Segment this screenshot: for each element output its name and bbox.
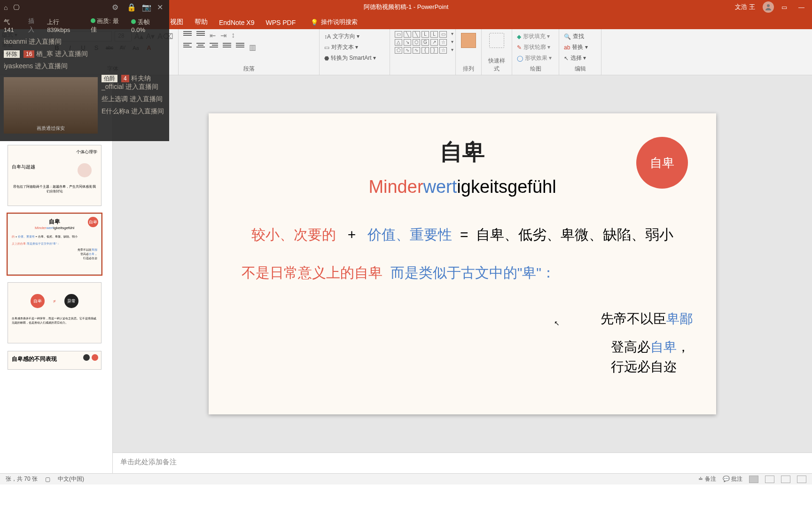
- align-center-icon[interactable]: [196, 43, 205, 49]
- slide-canvas[interactable]: 自卑 Minderwertigkeitsgefühl 自卑 较小、次要的 + 价…: [209, 113, 716, 414]
- shape-rect-icon[interactable]: ▭: [395, 31, 402, 38]
- shape-fill-button[interactable]: ◆形状填充 ▾: [517, 31, 554, 42]
- quickstyle-icon[interactable]: [489, 33, 504, 48]
- align-text-button[interactable]: ▭对齐文本 ▾: [324, 42, 385, 53]
- reading-view-button[interactable]: [781, 476, 790, 483]
- slide-title: 自卑: [227, 137, 697, 167]
- notes-placeholder: 单击此处添加备注: [120, 458, 177, 466]
- shape-effects-button[interactable]: ◯形状效果 ▾: [517, 53, 554, 64]
- quickstyle-label[interactable]: 快速样式: [486, 57, 507, 74]
- spellcheck-icon[interactable]: ▢: [45, 476, 50, 483]
- slide-thumbnail[interactable]: 个体心理学 自卑与超越 容包括了阿德勒两个主题：超越自卑，产生共同体感觉 我们分…: [8, 145, 102, 206]
- slide-thumbnail[interactable]: 自卑 ≠ 异常 自卑感本身并不是一种异常，而是一种人皆有之状态。它不是情病或无能…: [8, 282, 102, 343]
- overlay-home-icon[interactable]: ⌂: [4, 4, 8, 11]
- svg-point-0: [767, 4, 770, 7]
- find-button[interactable]: 🔍查找: [564, 31, 596, 42]
- select-icon: ↖: [564, 55, 569, 62]
- replace-icon: ab: [564, 44, 570, 51]
- slide-subtitle: Minderwertigkeitsgefühl: [227, 176, 697, 197]
- tell-me-search[interactable]: 💡 操作说明搜索: [307, 15, 361, 29]
- effects-icon: ◯: [517, 55, 523, 62]
- slide-count: 张，共 70 张: [6, 475, 38, 483]
- columns-icon[interactable]: ▥: [249, 43, 256, 52]
- smartart-icon: ⬣: [324, 55, 329, 62]
- ribbon-group-arrange: 排列: [456, 29, 482, 75]
- chat-message: 伯爵4科夫纳_official 进入直播间: [102, 74, 165, 91]
- indent-left-icon[interactable]: ⇤: [210, 31, 216, 40]
- overlay-camera-icon[interactable]: 📷: [142, 3, 150, 11]
- shapes-gallery[interactable]: ▭╲╲LL▭▾ △↘⬡G↗☆▾ ⬠∿∿{}☆▾: [395, 31, 451, 54]
- numbering-icon[interactable]: [196, 31, 205, 38]
- lightbulb-icon: 💡: [311, 19, 318, 26]
- edit-group-label: 编辑: [564, 65, 596, 74]
- slide-line-1: 较小、次要的 + 价值、重要性 = 自卑、低劣、卑微、缺陷、弱小: [227, 225, 697, 245]
- language-indicator[interactable]: 中文(中国): [58, 475, 84, 483]
- select-button[interactable]: ↖选择 ▾: [564, 53, 596, 64]
- statusbar: 张，共 70 张 ▢ 中文(中国) ≐ 备注 💬 批注: [0, 473, 812, 484]
- chat-message: iaoanmi 进入直播间: [4, 38, 165, 46]
- ribbon-display-icon[interactable]: ▭: [781, 4, 787, 11]
- ribbon-group-paragraph: ⇤ ⇥ ↕ ▥ 段落: [179, 29, 320, 75]
- smartart-button[interactable]: ⬣转换为 SmartArt ▾: [324, 53, 385, 64]
- video-preview: 画质通过保安: [4, 77, 98, 134]
- overlay-lock-icon[interactable]: 🔒: [127, 3, 135, 11]
- slide-line-2: 不是日常意义上的自卑 而是类似于古文中的"卑"：: [227, 263, 697, 283]
- ribbon-group-shapes: ▭╲╲LL▭▾ △↘⬡G↗☆▾ ⬠∿∿{}☆▾: [390, 29, 456, 75]
- user-avatar-icon[interactable]: [763, 1, 774, 13]
- normal-view-button[interactable]: [749, 476, 758, 483]
- chat-message: E什么称a 进入直播间: [102, 107, 165, 116]
- minimize-button[interactable]: —: [798, 4, 804, 11]
- align-right-icon[interactable]: [210, 43, 218, 49]
- fill-icon: ◆: [517, 33, 521, 40]
- chat-message: iyaskeens 进入直播间: [4, 62, 165, 71]
- comments-toggle[interactable]: 💬 批注: [723, 475, 742, 483]
- arrange-label[interactable]: 排列: [461, 65, 476, 74]
- indent-right-icon[interactable]: ⇥: [220, 31, 226, 40]
- chat-message: 怀陈16栖_寒 进入直播间: [4, 50, 165, 58]
- circle-badge: 自卑: [636, 137, 688, 189]
- line-spacing-icon[interactable]: ↕: [231, 31, 235, 40]
- slideshow-view-button[interactable]: [797, 476, 806, 483]
- tab-endnote[interactable]: EndNote X9: [213, 16, 260, 29]
- paragraph-group-label: 段落: [183, 65, 314, 74]
- slide-thumbnail[interactable]: 自卑感的不同表现: [8, 351, 102, 370]
- arrange-icon[interactable]: [461, 33, 476, 48]
- replace-button[interactable]: ab替换 ▾: [564, 42, 596, 53]
- sorter-view-button[interactable]: [765, 476, 774, 483]
- text-direction-button[interactable]: ↕A文字方向 ▾: [324, 31, 385, 42]
- overlay-close-icon[interactable]: ✕: [157, 3, 165, 11]
- text-direction-icon: ↕A: [324, 33, 331, 40]
- find-icon: 🔍: [564, 33, 571, 40]
- tab-help[interactable]: 帮助: [189, 15, 213, 29]
- notes-pane[interactable]: 单击此处添加备注: [113, 452, 812, 473]
- notes-toggle[interactable]: ≐ 备注: [698, 475, 716, 483]
- outline-icon: ✎: [517, 44, 522, 51]
- slide-quotes: 先帝不以臣卑鄙 登高必自卑， 行远必自迩: [601, 309, 693, 377]
- shape-outline-button[interactable]: ✎形状轮廓 ▾: [517, 42, 554, 53]
- justify-icon[interactable]: [223, 43, 231, 49]
- username[interactable]: 文浩 王: [735, 3, 755, 11]
- drawing-group-label: 绘图: [517, 65, 554, 74]
- align-left-icon[interactable]: [183, 43, 192, 49]
- bullets-icon[interactable]: [183, 31, 192, 38]
- ribbon-group-textfmt: ↕A文字方向 ▾ ▭对齐文本 ▾ ⬣转换为 SmartArt ▾: [320, 29, 390, 75]
- align-text-icon: ▭: [324, 44, 329, 51]
- window-title: 阿德勒视频初稿-1 - PowerPoint: [364, 3, 449, 11]
- stream-stats: 气 141 插入 上行 839kbps 画质: 最佳 丢帧 0.0%: [4, 17, 165, 34]
- ribbon-group-quickstyle: 快速样式: [482, 29, 512, 75]
- slide-edit-area: 自卑 Minderwertigkeitsgefühl 自卑 较小、次要的 + 价…: [113, 75, 812, 473]
- distribute-icon[interactable]: [236, 43, 244, 49]
- ribbon-group-edit: 🔍查找 ab替换 ▾ ↖选择 ▾ 编辑: [559, 29, 601, 75]
- overlay-monitor-icon[interactable]: 🖵: [13, 4, 20, 11]
- chat-message: 些上选调 进入直播间: [102, 95, 165, 103]
- ribbon-group-shapefmt: ◆形状填充 ▾ ✎形状轮廓 ▾ ◯形状效果 ▾ 绘图: [512, 29, 559, 75]
- overlay-settings-icon[interactable]: ⚙: [112, 3, 120, 11]
- mouse-cursor-icon: ↖: [554, 319, 560, 327]
- tab-wpspdf[interactable]: WPS PDF: [260, 16, 302, 29]
- streaming-overlay: ⚙ 🔒 📷 ✕ ⌂ 🖵 气 141 插入 上行 839kbps 画质: 最佳 丢…: [0, 0, 169, 141]
- slide-thumbnail[interactable]: 自卑 Minderwertigkeitsgefühl 自卑 的 + 价值、重要性…: [8, 214, 102, 275]
